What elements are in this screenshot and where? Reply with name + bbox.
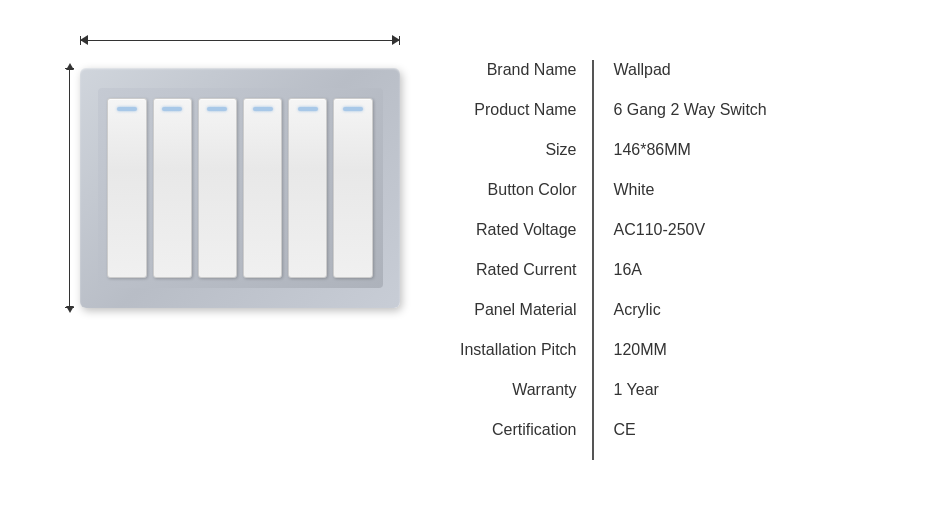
switch-inner — [98, 88, 383, 288]
switch-button-3 — [198, 98, 237, 278]
param-label-4: Rated Voltage — [476, 210, 577, 250]
switch-device — [80, 68, 400, 308]
indicator-6 — [343, 107, 363, 111]
arrow-down-icon — [66, 306, 74, 313]
param-label-3: Button Color — [488, 170, 577, 210]
main-container: Brand NameProduct NameSizeButton ColorRa… — [0, 0, 950, 526]
indicator-4 — [253, 107, 273, 111]
switch-button-1 — [107, 98, 146, 278]
height-line — [69, 68, 70, 308]
left-panel — [0, 0, 460, 526]
switch-button-5 — [288, 98, 327, 278]
height-dimension-container — [63, 68, 77, 308]
param-value-7: 120MM — [614, 330, 667, 370]
param-value-4: AC110-250V — [614, 210, 706, 250]
params-labels: Brand NameProduct NameSizeButton ColorRa… — [460, 50, 592, 526]
width-arrows — [80, 35, 400, 45]
param-value-8: 1 Year — [614, 370, 659, 410]
width-line — [80, 40, 400, 41]
params-values: Wallpad6 Gang 2 Way Switch146*86MMWhiteA… — [594, 50, 767, 526]
width-dimension — [80, 40, 400, 43]
param-label-9: Certification — [492, 410, 576, 450]
param-label-8: Warranty — [512, 370, 576, 410]
switch-button-6 — [333, 98, 372, 278]
param-value-9: CE — [614, 410, 636, 450]
arrow-up-icon — [66, 63, 74, 70]
param-value-2: 146*86MM — [614, 130, 691, 170]
param-value-0: Wallpad — [614, 50, 671, 90]
param-value-6: Acrylic — [614, 290, 661, 330]
param-value-1: 6 Gang 2 Way Switch — [614, 90, 767, 130]
switch-button-4 — [243, 98, 282, 278]
param-label-0: Brand Name — [487, 50, 577, 90]
indicator-5 — [298, 107, 318, 111]
switch-button-2 — [153, 98, 192, 278]
param-label-6: Panel Material — [474, 290, 576, 330]
param-value-3: White — [614, 170, 655, 210]
param-label-5: Rated Current — [476, 250, 577, 290]
indicator-2 — [162, 107, 182, 111]
arrow-right-icon — [392, 35, 400, 45]
param-label-2: Size — [545, 130, 576, 170]
indicator-1 — [117, 107, 137, 111]
right-panel: Brand NameProduct NameSizeButton ColorRa… — [460, 0, 950, 526]
arrow-left-icon — [80, 35, 88, 45]
param-label-1: Product Name — [474, 90, 576, 130]
indicator-3 — [207, 107, 227, 111]
product-diagram — [60, 40, 440, 380]
param-value-5: 16A — [614, 250, 642, 290]
param-label-7: Installation Pitch — [460, 330, 577, 370]
